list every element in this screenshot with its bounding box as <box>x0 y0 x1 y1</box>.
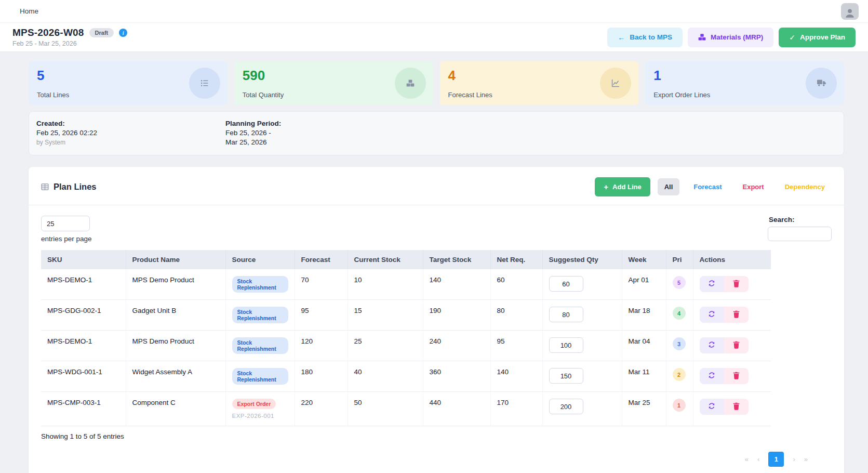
delete-button[interactable] <box>724 307 749 323</box>
suggested-qty-input[interactable] <box>549 307 583 322</box>
cell-actions <box>693 361 771 392</box>
suggested-qty-input[interactable] <box>549 399 583 414</box>
plan-lines-panel: Plan Lines + Add Line AllForecastExportD… <box>29 167 844 473</box>
suggested-qty-input[interactable] <box>549 337 583 353</box>
recalculate-button[interactable] <box>700 276 724 292</box>
priority-badge: 1 <box>673 399 686 412</box>
column-header-net-req: Net Req. <box>490 250 542 269</box>
recalculate-button[interactable] <box>700 368 724 384</box>
page-nav-first[interactable]: « <box>745 455 749 463</box>
cell-sku: MPS-GDG-002-1 <box>41 300 126 331</box>
cell-target-stock: 360 <box>423 361 490 392</box>
page-size-select[interactable] <box>41 216 90 231</box>
trash-icon <box>733 280 740 289</box>
stat-card-forecast-lines: 4Forecast Lines <box>440 61 639 105</box>
sync-icon <box>708 280 715 288</box>
cell-current-stock: 15 <box>348 300 423 331</box>
page-size-block: entries per page <box>41 216 92 243</box>
priority-badge: 2 <box>673 368 686 381</box>
stat-card-total-quantity: 590Total Quantity <box>234 61 433 105</box>
page-button-1[interactable]: 1 <box>768 452 784 467</box>
filter-all[interactable]: All <box>658 178 680 195</box>
stat-card-total-lines: 5Total Lines <box>29 61 228 105</box>
created-label: Created: <box>36 119 225 128</box>
suggested-qty-input[interactable] <box>549 368 583 384</box>
showing-entries-text: Showing 1 to 5 of 5 entries <box>29 426 844 440</box>
materials-mrp-label: Materials (MRP) <box>711 33 763 41</box>
avatar[interactable] <box>841 3 859 20</box>
filter-forecast[interactable]: Forecast <box>687 178 728 195</box>
cell-source: Stock Replenishment <box>225 361 295 392</box>
recalculate-button[interactable] <box>700 399 724 415</box>
stats-row: 5Total Lines590Total Quantity4Forecast L… <box>29 61 844 105</box>
back-to-mps-button[interactable]: ← Back to MPS <box>607 28 683 47</box>
page-nav-last[interactable]: » <box>804 455 808 463</box>
trash-icon <box>733 341 740 350</box>
title-row: MPS-2026-W08 Draft i <box>12 27 127 38</box>
trash-icon <box>733 310 740 320</box>
cell-source: Stock Replenishment <box>225 331 295 361</box>
suggested-qty-input[interactable] <box>549 276 583 292</box>
cell-suggested-qty <box>542 392 622 426</box>
plan-lines-header: Plan Lines + Add Line AllForecastExportD… <box>29 167 844 205</box>
cell-net-req: 60 <box>490 269 542 300</box>
info-icon[interactable]: i <box>119 29 127 37</box>
stat-card-export-order-lines: 1Export Order Lines <box>645 61 844 105</box>
filter-export[interactable]: Export <box>736 178 771 195</box>
stat-label: Export Order Lines <box>653 91 710 99</box>
delete-button[interactable] <box>724 368 749 384</box>
check-icon: ✓ <box>789 33 795 42</box>
stat-label: Total Quantity <box>243 91 284 99</box>
nav-home-link[interactable]: Home <box>20 7 38 15</box>
table-row: MPS-CMP-003-1Component CExport OrderEXP-… <box>41 392 771 426</box>
filter-dependency[interactable]: Dependency <box>778 178 832 195</box>
trash-icon <box>733 402 740 412</box>
column-header-target-stock: Target Stock <box>423 250 490 269</box>
cubes-icon <box>698 33 706 41</box>
table-row: MPS-DEMO-1MPS Demo ProductStock Replenis… <box>41 269 771 300</box>
page-nav-next[interactable]: › <box>793 455 795 463</box>
recalculate-button[interactable] <box>700 337 724 353</box>
cell-net-req: 170 <box>490 392 542 426</box>
cell-suggested-qty <box>542 269 622 300</box>
materials-mrp-button[interactable]: Materials (MRP) <box>688 28 773 47</box>
planning-period-label: Planning Period: <box>225 119 281 128</box>
add-line-button[interactable]: + Add Line <box>595 177 650 196</box>
page-nav-prev[interactable]: ‹ <box>757 455 759 463</box>
cell-product-name: Component C <box>126 392 225 426</box>
cell-sku: MPS-CMP-003-1 <box>41 392 126 426</box>
plus-icon: + <box>604 182 608 191</box>
stat-label: Forecast Lines <box>448 91 492 99</box>
cell-current-stock: 40 <box>348 361 423 392</box>
column-header-week: Week <box>622 250 666 269</box>
cell-forecast: 120 <box>295 331 348 361</box>
column-header-pri: Pri <box>666 250 693 269</box>
row-action-buttons <box>700 399 765 415</box>
column-header-product-name: Product Name <box>126 250 225 269</box>
column-header-actions: Actions <box>693 250 771 269</box>
cell-suggested-qty <box>542 361 622 392</box>
truck-icon <box>806 68 837 99</box>
cell-priority: 2 <box>666 361 693 392</box>
plan-lines-table-wrap: SKUProduct NameSourceForecastCurrent Sto… <box>29 243 844 426</box>
user-icon <box>844 7 856 20</box>
column-header-sku: SKU <box>41 250 126 269</box>
cell-forecast: 95 <box>295 300 348 331</box>
cell-product-name: Gadget Unit B <box>126 300 225 331</box>
source-badge: Stock Replenishment <box>232 307 288 323</box>
column-header-source: Source <box>225 250 295 269</box>
cell-sku: MPS-DEMO-1 <box>41 269 126 300</box>
cell-target-stock: 240 <box>423 331 490 361</box>
cell-sku: MPS-DEMO-1 <box>41 331 126 361</box>
cell-net-req: 80 <box>490 300 542 331</box>
delete-button[interactable] <box>724 276 749 292</box>
search-input[interactable] <box>768 227 832 241</box>
delete-button[interactable] <box>724 399 749 415</box>
recalculate-button[interactable] <box>700 307 724 323</box>
delete-button[interactable] <box>724 337 749 353</box>
page-header-buttons: ← Back to MPS Materials (MRP) ✓ Approve … <box>607 28 856 47</box>
plan-lines-title-text: Plan Lines <box>54 182 97 192</box>
row-action-buttons <box>700 337 765 353</box>
approve-plan-button[interactable]: ✓ Approve Plan <box>779 28 856 47</box>
search-block: Search: <box>768 216 832 243</box>
